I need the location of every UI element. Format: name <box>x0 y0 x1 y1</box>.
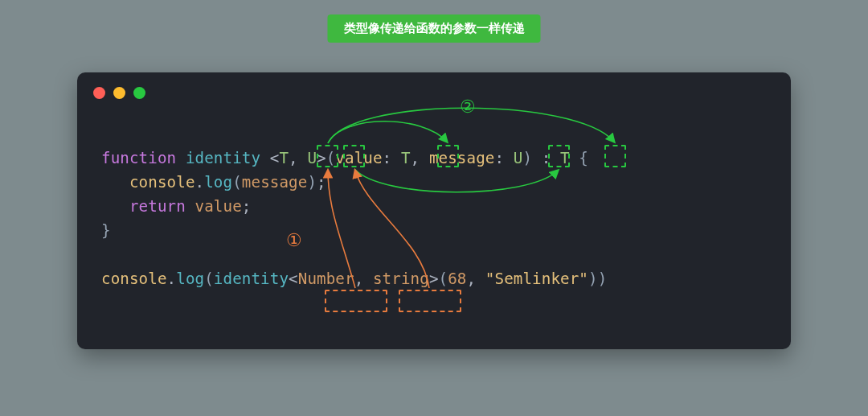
fn-identity: identity <box>186 149 260 167</box>
generic-T: T <box>279 149 289 167</box>
minimize-icon <box>113 87 125 99</box>
close-icon <box>93 87 105 99</box>
annotation-1: ① <box>286 230 302 251</box>
highlight-U-param <box>548 145 570 167</box>
keyword-function: function <box>101 149 176 167</box>
code-block: function identity <T, U>(value: T, messa… <box>101 146 607 291</box>
highlight-Number <box>325 290 387 312</box>
maximize-icon <box>133 87 145 99</box>
highlight-T-decl <box>317 145 338 167</box>
annotation-2: ② <box>460 97 476 117</box>
window-controls <box>93 87 145 99</box>
highlight-U-decl <box>343 145 365 167</box>
highlight-string <box>399 290 461 312</box>
highlight-T-return <box>604 145 626 167</box>
highlight-T-param <box>437 145 459 167</box>
generic-U: U <box>307 149 317 167</box>
code-editor-window: function identity <T, U>(value: T, messa… <box>77 72 791 349</box>
banner-label: 类型像传递给函数的参数一样传递 <box>328 14 541 43</box>
